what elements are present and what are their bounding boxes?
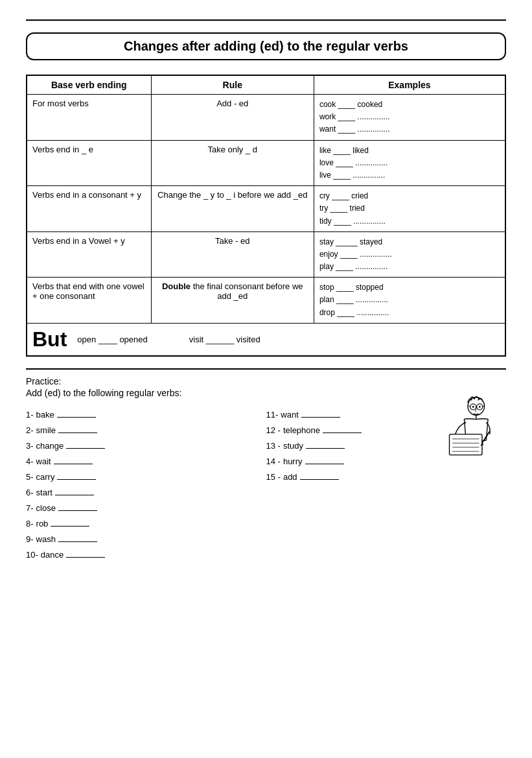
item-num: 2- (26, 425, 34, 435)
double-bold: Double (162, 281, 191, 291)
answer-blank (306, 440, 345, 449)
item-num: 6- (26, 488, 34, 497)
base-cell: Verbs end in a Vowel + y (27, 231, 151, 278)
svg-point-7 (479, 406, 481, 408)
page-title: Changes after adding (ed) to the regular… (124, 39, 408, 54)
but-label: But (32, 327, 67, 351)
practice-item: 8- rob (26, 517, 266, 528)
practice-section: Practice: Add (ed) to the following regu… (26, 376, 506, 564)
table-row: Verbs end in a consonant + y Change the … (27, 186, 505, 232)
table-row: Verbs end in _ e Take only _ d like ____… (27, 140, 505, 186)
item-num: 9- (26, 534, 34, 544)
item-word: carry (36, 472, 55, 482)
but-cell: But open ____ opened visit ______ visite… (27, 323, 505, 356)
rule-cell: Add - ed (151, 95, 314, 141)
item-num: 5- (26, 472, 34, 482)
item-num: 15 - (266, 472, 281, 482)
table-row: Verbs end in a Vowel + y Take - ed stay … (27, 231, 505, 278)
practice-title: Practice: (26, 376, 506, 386)
item-word: add (283, 472, 297, 482)
student-figure-container (435, 396, 506, 469)
header-rule: Rule (151, 75, 314, 95)
item-word: hurry (283, 456, 303, 466)
but-row: But open ____ opened visit ______ visite… (27, 323, 505, 356)
item-word: smile (36, 425, 56, 435)
answer-blank (57, 471, 96, 480)
answer-blank (58, 424, 97, 433)
answer-blank (54, 455, 93, 464)
item-num: 14 - (266, 456, 281, 466)
item-num: 11- (266, 410, 279, 420)
title-box: Changes after adding (ed) to the regular… (26, 32, 506, 60)
base-cell: Verbs end in _ e (27, 140, 151, 186)
practice-item: 3- change (26, 440, 266, 451)
base-cell: Verbs that end with one vowel + one cons… (27, 278, 151, 324)
examples-cell: like ____ liked love ____ ..............… (314, 140, 505, 186)
answer-blank (300, 471, 339, 480)
examples-cell: stay _____ stayed enjoy ____ ...........… (314, 231, 505, 278)
item-word: wait (36, 456, 51, 466)
answer-blank (66, 440, 105, 449)
item-word: bake (36, 410, 54, 420)
table-row: Verbs that end with one vowel + one cons… (27, 278, 505, 324)
practice-item: 7- close (26, 502, 266, 513)
item-num: 12 - (266, 425, 281, 435)
item-num: 10- (26, 550, 38, 560)
practice-item: 10- dance (26, 549, 266, 560)
practice-left-column: 1- bake 2- smile 3- change 4- wait 5- (26, 409, 266, 564)
examples-cell: cry ____ cried try ____ tried tidy ____ … (314, 186, 505, 232)
examples-cell: cook ____ cooked work ____ .............… (314, 95, 505, 141)
svg-point-6 (472, 406, 474, 408)
item-num: 13 - (266, 441, 281, 451)
practice-item: 1- bake (26, 409, 266, 420)
item-num: 1- (26, 410, 34, 420)
svg-rect-9 (450, 434, 482, 455)
item-word: change (36, 441, 64, 451)
item-num: 3- (26, 441, 34, 451)
item-word: want (281, 410, 298, 420)
rule-cell: Take only _ d (151, 140, 314, 186)
item-word: rob (36, 519, 49, 528)
practice-item: 4- wait (26, 455, 266, 466)
practice-item: 9- wash (26, 533, 266, 544)
item-word: start (36, 488, 52, 497)
student-figure-icon (435, 396, 500, 467)
item-word: study (283, 441, 303, 451)
answer-blank (323, 424, 362, 433)
rule-cell: Change the _ y to _ i before we add _ed (151, 186, 314, 232)
examples-cell: stop ____ stopped plan ____ ............… (314, 278, 505, 324)
item-num: 8- (26, 519, 34, 528)
header-examples: Examples (314, 75, 505, 95)
table-row: For most verbs Add - ed cook ____ cooked… (27, 95, 505, 141)
item-word: dance (41, 550, 64, 560)
answer-blank (51, 517, 89, 527)
item-word: close (36, 503, 56, 513)
answer-blank (58, 502, 97, 511)
answer-blank (58, 533, 97, 542)
grammar-table: Base verb ending Rule Examples For most … (26, 75, 506, 357)
divider (26, 368, 506, 370)
answer-blank (66, 549, 105, 558)
grammar-table-section: Base verb ending Rule Examples For most … (26, 75, 506, 357)
base-cell: For most verbs (27, 95, 151, 141)
item-num: 4- (26, 456, 34, 466)
header-base: Base verb ending (27, 75, 151, 95)
answer-blank (301, 409, 340, 418)
answer-blank (57, 409, 96, 418)
item-num: 7- (26, 503, 34, 513)
answer-blank (55, 486, 94, 495)
practice-columns: 1- bake 2- smile 3- change 4- wait 5- (26, 409, 506, 564)
rule-cell: Take - ed (151, 231, 314, 278)
practice-item: 15 - add (266, 471, 507, 482)
practice-item: 2- smile (26, 424, 266, 435)
item-word: telephone (283, 425, 320, 435)
practice-item: 5- carry (26, 471, 266, 482)
practice-item: 6- start (26, 486, 266, 497)
base-cell: Verbs end in a consonant + y (27, 186, 151, 232)
answer-blank (305, 455, 344, 464)
practice-subtitle: Add (ed) to the following regular verbs: (26, 388, 506, 398)
rule-cell: Double the final consonant before we add… (151, 278, 314, 324)
item-word: wash (36, 534, 56, 544)
